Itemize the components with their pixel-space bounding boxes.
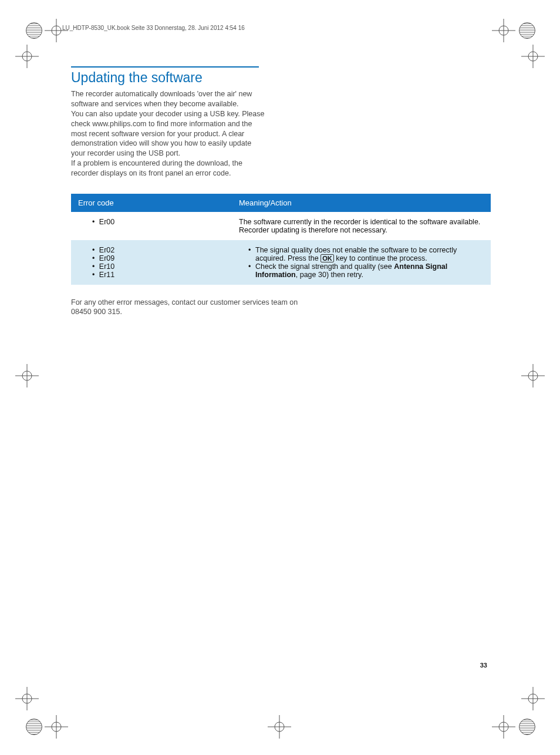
col-error-code: Error code (71, 194, 232, 212)
register-mark (521, 45, 545, 68)
register-mark (45, 715, 68, 739)
register-mark (15, 364, 39, 387)
error-code: Er10 (92, 262, 225, 271)
register-mark (268, 715, 291, 739)
error-code: Er02 (92, 246, 225, 254)
footer-note: For any other error messages, contact ou… (71, 298, 306, 317)
error-code-table: Error code Meaning/Action Er00 The softw… (71, 194, 491, 285)
action-text: Check the signal strength and quality (s… (255, 262, 394, 271)
crop-dot (26, 22, 42, 39)
error-code: Er09 (92, 254, 225, 262)
register-mark (492, 19, 515, 42)
error-action: The signal quality does not enable the s… (248, 246, 484, 262)
crop-dot (26, 719, 42, 735)
register-mark (15, 687, 39, 710)
page-number: 33 (480, 662, 487, 669)
error-code: Er11 (92, 271, 225, 279)
register-mark (521, 364, 545, 387)
error-code: Er00 (92, 218, 225, 226)
intro-p3: If a problem is encountered during the d… (71, 159, 242, 177)
table-row: Er02 Er09 Er10 Er11 The signal quality d… (71, 240, 491, 285)
register-mark (492, 715, 515, 739)
section-title: Updating the software (71, 70, 491, 86)
register-mark (15, 45, 39, 68)
col-meaning: Meaning/Action (232, 194, 491, 212)
register-mark (521, 687, 545, 710)
error-action: Check the signal strength and quality (s… (248, 262, 484, 279)
section-rule (71, 66, 259, 68)
action-text: , page 30) then retry. (296, 271, 363, 279)
intro-p1: The recorder automatically downloads 'ov… (71, 90, 252, 108)
error-meaning: The software currently in the recorder i… (232, 212, 491, 240)
crop-dot (519, 719, 535, 735)
action-text: key to continue the process. (334, 254, 427, 262)
book-header-line: LU_HDTP-8530_UK.book Seite 33 Donnerstag… (62, 25, 491, 31)
crop-dot (519, 22, 535, 39)
intro-p2: You can also update your decoder using a… (71, 110, 264, 158)
ok-key-icon: OK (321, 254, 334, 262)
intro-text: The recorder automatically downloads 'ov… (71, 89, 265, 178)
table-row: Er00 The software currently in the recor… (71, 212, 491, 240)
